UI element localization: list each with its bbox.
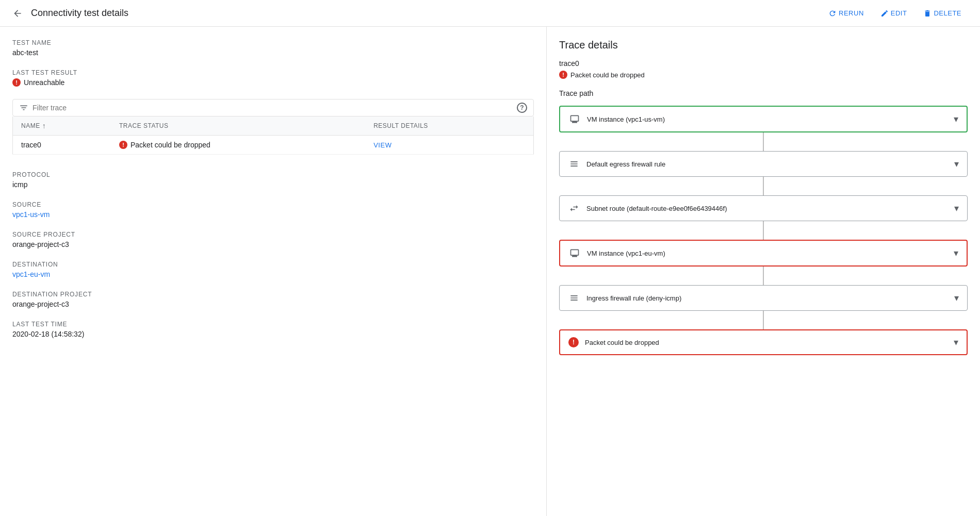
rerun-button[interactable]: RERUN <box>822 6 870 21</box>
filter-icon <box>19 103 28 112</box>
trace-path-title: Trace path <box>559 89 968 97</box>
trace-node-subnet-route[interactable]: Subnet route (default-route-e9ee0f6e6439… <box>559 195 968 221</box>
destination-section: Destination vpc1-eu-vm <box>12 261 534 278</box>
edit-button[interactable]: EDIT <box>874 6 913 21</box>
chevron-down-icon-0: ▾ <box>954 113 958 125</box>
trace-connector-3 <box>559 267 968 285</box>
trace-connector-0 <box>559 132 968 151</box>
source-value[interactable]: vpc1-us-vm <box>12 210 50 219</box>
error-node-icon <box>568 337 579 347</box>
col-trace-status: Trace status <box>111 116 365 136</box>
rerun-label: RERUN <box>839 9 864 17</box>
back-button[interactable] <box>12 8 23 19</box>
destination-project-section: Destination project orange-project-c3 <box>12 291 534 308</box>
trace-node-label-vm-source: VM instance (vpc1-us-vm) <box>587 115 665 123</box>
vm-dest-icon <box>568 247 581 259</box>
sort-icon[interactable]: ↑ <box>42 122 46 130</box>
trace-status-text: Packet could be dropped <box>130 141 210 149</box>
test-name-section: Test name abc-test <box>12 39 534 57</box>
trace-connector-2 <box>559 221 968 240</box>
page-title: Connectivity test details <box>31 8 814 19</box>
last-test-time-label: Last test time <box>12 321 534 328</box>
source-project-section: Source project orange-project-c3 <box>12 231 534 248</box>
filter-input[interactable] <box>32 104 513 112</box>
last-test-time-value: 2020-02-18 (14:58:32) <box>12 330 534 338</box>
trace-id: trace0 <box>559 59 968 68</box>
last-test-time-section: Last test time 2020-02-18 (14:58:32) <box>12 321 534 338</box>
destination-project-value: orange-project-c3 <box>12 300 534 308</box>
protocol-section: Protocol icmp <box>12 171 534 189</box>
table-header-row: Name ↑ Trace status Result details <box>13 116 534 136</box>
test-name-value: abc-test <box>12 48 534 57</box>
protocol-label: Protocol <box>12 171 534 178</box>
trace-node-label-ingress: Ingress firewall rule (deny-icmp) <box>586 294 681 302</box>
trace-panel-status: Packet could be dropped <box>559 71 968 79</box>
trace-node-label-vm-dest: VM instance (vpc1-eu-vm) <box>587 249 665 257</box>
row-trace-status: Packet could be dropped <box>111 136 365 155</box>
unreachable-text: Unreachable <box>24 78 64 87</box>
source-section: Source vpc1-us-vm <box>12 201 534 219</box>
chevron-down-icon-5: ▾ <box>954 337 958 348</box>
chevron-down-icon-1: ▾ <box>954 158 959 170</box>
vm-source-icon <box>568 113 581 125</box>
header-actions: RERUN EDIT DELETE <box>822 6 968 21</box>
trace-status-error-icon <box>119 141 127 149</box>
destination-label: Destination <box>12 261 534 268</box>
trace-connector-1 <box>559 177 968 195</box>
trace-node-vm-source[interactable]: VM instance (vpc1-us-vm) ▾ <box>559 106 968 132</box>
ingress-firewall-icon <box>568 292 580 304</box>
trace-panel-error-icon <box>559 71 567 79</box>
trace-connector-4 <box>559 311 968 329</box>
main-layout: Test name abc-test Last test result Unre… <box>0 27 980 516</box>
test-name-label: Test name <box>12 39 534 46</box>
trace-node-error[interactable]: Packet could be dropped ▾ <box>559 329 968 355</box>
trace-node-label-egress: Default egress firewall rule <box>586 160 665 168</box>
trace-details-title: Trace details <box>559 39 968 51</box>
chevron-down-icon-3: ▾ <box>954 247 958 259</box>
trace-node-label-route: Subnet route (default-route-e9ee0f6e6439… <box>586 205 727 212</box>
right-panel: Trace details trace0 Packet could be dro… <box>547 27 980 516</box>
help-icon[interactable]: ? <box>517 103 527 113</box>
col-result-details: Result details <box>365 116 533 136</box>
page-header: Connectivity test details RERUN EDIT DEL… <box>0 0 980 27</box>
trace-panel-status-text: Packet could be dropped <box>570 71 645 79</box>
last-test-result-section: Last test result Unreachable <box>12 69 534 87</box>
subnet-route-icon <box>568 202 580 214</box>
trace-node-label-error: Packet could be dropped <box>585 339 659 346</box>
source-label: Source <box>12 201 534 208</box>
trace-table: Name ↑ Trace status Result details trace… <box>12 116 534 155</box>
view-link[interactable]: VIEW <box>373 141 391 149</box>
col-name-label: Name <box>21 122 40 129</box>
unreachable-error-icon <box>12 78 21 87</box>
source-project-value: orange-project-c3 <box>12 240 534 248</box>
last-test-result-label: Last test result <box>12 69 534 76</box>
filter-row: ? <box>12 99 534 116</box>
destination-project-label: Destination project <box>12 291 534 298</box>
chevron-down-icon-4: ▾ <box>954 292 959 304</box>
row-result-details: VIEW <box>365 136 533 155</box>
trace-node-ingress-firewall[interactable]: Ingress firewall rule (deny-icmp) ▾ <box>559 285 968 311</box>
trace-status-cell: Packet could be dropped <box>119 141 357 149</box>
trace-path: VM instance (vpc1-us-vm) ▾ Default egres… <box>559 106 968 355</box>
edit-label: EDIT <box>891 9 907 17</box>
chevron-down-icon-2: ▾ <box>954 203 959 214</box>
trace-node-egress-firewall[interactable]: Default egress firewall rule ▾ <box>559 151 968 177</box>
source-project-label: Source project <box>12 231 534 238</box>
table-row: trace0 Packet could be dropped VIEW <box>13 136 534 155</box>
left-panel: Test name abc-test Last test result Unre… <box>0 27 547 516</box>
delete-button[interactable]: DELETE <box>917 6 968 21</box>
delete-label: DELETE <box>934 9 961 17</box>
col-name: Name ↑ <box>13 116 111 136</box>
row-name: trace0 <box>13 136 111 155</box>
trace-node-vm-dest[interactable]: VM instance (vpc1-eu-vm) ▾ <box>559 240 968 267</box>
protocol-value: icmp <box>12 180 534 189</box>
egress-firewall-icon <box>568 158 580 170</box>
destination-value[interactable]: vpc1-eu-vm <box>12 270 50 278</box>
last-test-result-status: Unreachable <box>12 78 534 87</box>
